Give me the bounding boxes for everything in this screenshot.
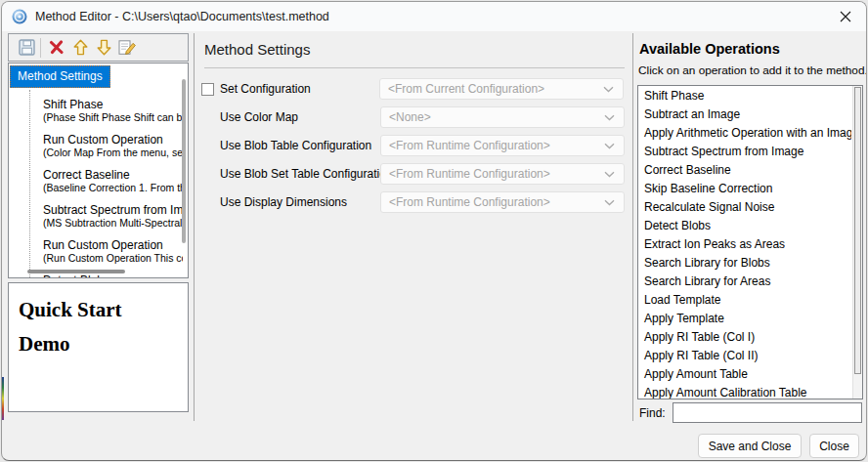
field-label: Use Display Dimensions xyxy=(220,195,380,209)
set-configuration-checkbox[interactable] xyxy=(201,83,214,96)
operations-listbox: Shift Phase Subtract an Image Apply Arit… xyxy=(637,85,863,399)
tree-node-step[interactable]: Shift Phase (Phase Shift Phase Shift can… xyxy=(43,98,183,124)
operation-item[interactable]: Recalculate Signal Noise xyxy=(638,198,851,217)
blob-table-configuration-dropdown[interactable]: <From Runtime Configuration> xyxy=(380,135,625,156)
app-icon xyxy=(12,9,27,24)
field-label: Set Configuration xyxy=(220,82,379,96)
field-label: Use Color Map xyxy=(220,110,380,124)
arrow-up-icon xyxy=(73,39,88,56)
method-toolbar xyxy=(8,33,189,62)
form-row-blob-set-table: Use Blob Set Table Configuration <From R… xyxy=(201,163,626,185)
operation-item[interactable]: Skip Baseline Correction xyxy=(638,180,851,198)
delete-step-button[interactable] xyxy=(45,36,68,60)
operation-item[interactable]: Load Template xyxy=(638,291,851,310)
operation-item[interactable]: Apply Arithmetic Operation with an Image xyxy=(638,124,851,143)
tree-horizontal-scrollbar[interactable] xyxy=(27,270,125,273)
operation-item[interactable]: Apply Amount Calibration Table xyxy=(638,384,851,399)
preview-text-line: Demo xyxy=(19,327,178,361)
form-row-blob-table: Use Blob Table Configuration <From Runti… xyxy=(201,135,626,156)
title-bar: Method Editor - C:\Users\qtao\Documents\… xyxy=(2,2,866,31)
chevron-down-icon xyxy=(603,86,614,93)
method-steps-tree: Method Settings Shift Phase (Phase Shift… xyxy=(8,63,189,278)
tree-vertical-scrollbar[interactable] xyxy=(182,79,186,243)
operation-item[interactable]: Apply RI Table (Col II) xyxy=(638,347,851,365)
display-dimensions-dropdown[interactable]: <From Runtime Configuration> xyxy=(380,191,625,213)
chevron-down-icon xyxy=(604,114,615,121)
operation-item[interactable]: Search Library for Blobs xyxy=(638,254,851,273)
settings-header-rule xyxy=(204,67,625,68)
operation-item[interactable]: Correct Baseline xyxy=(638,161,851,180)
tree-node-step[interactable]: Correct Baseline (Baseline Correction 1.… xyxy=(43,168,183,194)
save-and-close-button[interactable]: Save and Close xyxy=(698,434,802,458)
operations-scrollbar[interactable] xyxy=(852,86,862,399)
tree-node-method-settings[interactable]: Method Settings xyxy=(10,65,110,88)
edit-step-button[interactable] xyxy=(115,36,139,60)
operation-item[interactable]: Apply Amount Table xyxy=(638,365,851,384)
left-middle-divider xyxy=(194,33,195,421)
operation-item[interactable]: Subtract an Image xyxy=(638,105,851,124)
operation-item[interactable]: Apply RI Table (Col I) xyxy=(638,328,851,347)
operations-scrollbar-thumb[interactable] xyxy=(854,87,861,374)
tree-node-step[interactable]: Subtract Spectrum from Image (MS Subtrac… xyxy=(43,203,183,230)
settings-panel-title: Method Settings xyxy=(204,41,310,58)
operation-item[interactable]: Shift Phase xyxy=(638,87,851,105)
save-icon xyxy=(19,39,35,56)
available-operations-caption: Click on an operation to add it to the m… xyxy=(638,63,867,77)
method-preview-panel: Quick Start Demo xyxy=(8,282,189,412)
set-configuration-dropdown[interactable]: <From Current Configuration> xyxy=(379,78,624,100)
tree-node-step[interactable]: Detect Blobs (Detect Blobs Detect 2D com… xyxy=(43,273,183,278)
form-row-display-dimensions: Use Display Dimensions <From Runtime Con… xyxy=(201,191,626,213)
background-window-sliver xyxy=(2,377,4,420)
color-map-dropdown[interactable]: <None> xyxy=(380,106,625,128)
move-down-button[interactable] xyxy=(92,36,115,60)
arrow-down-icon xyxy=(97,39,111,56)
method-editor-window: Method Editor - C:\Users\qtao\Documents\… xyxy=(1,1,867,461)
toolbar-separator xyxy=(40,38,41,58)
operations-items: Shift Phase Subtract an Image Apply Arit… xyxy=(638,87,851,399)
tree-items: Shift Phase (Phase Shift Phase Shift can… xyxy=(9,93,183,278)
form-row-set-configuration: Set Configuration <From Current Configur… xyxy=(201,78,626,100)
operation-item[interactable]: Extract Ion Peaks as Areas xyxy=(638,235,851,254)
save-button[interactable] xyxy=(15,36,38,60)
field-label: Use Blob Table Configuration xyxy=(220,139,380,152)
operation-item[interactable]: Apply Template xyxy=(638,310,851,328)
find-label: Find: xyxy=(639,406,666,420)
settings-form: Set Configuration <From Current Configur… xyxy=(201,78,626,220)
close-button[interactable]: Close xyxy=(809,434,859,458)
edit-icon xyxy=(118,39,137,56)
blob-set-table-configuration-dropdown[interactable]: <From Runtime Configuration> xyxy=(380,163,625,185)
chevron-down-icon xyxy=(604,199,615,206)
preview-text-line: Quick Start xyxy=(19,293,178,327)
find-input[interactable] xyxy=(673,402,862,423)
tree-node-step[interactable]: Run Custom Operation (Color Map From the… xyxy=(43,133,183,159)
delete-icon xyxy=(49,40,65,55)
window-title: Method Editor - C:\Users\qtao\Documents\… xyxy=(35,2,329,31)
operation-item[interactable]: Detect Blobs xyxy=(638,217,851,235)
chevron-down-icon xyxy=(604,143,615,149)
close-icon xyxy=(840,11,851,22)
middle-right-divider xyxy=(632,33,633,421)
available-operations-title: Available Operations xyxy=(639,41,780,57)
chevron-down-icon xyxy=(604,171,615,178)
tree-node-step[interactable]: Run Custom Operation (Run Custom Operati… xyxy=(43,238,183,265)
close-window-button[interactable] xyxy=(829,2,862,31)
field-label: Use Blob Set Table Configuration xyxy=(220,167,380,181)
move-up-button[interactable] xyxy=(68,36,92,60)
operation-item[interactable]: Subtract Spectrum from Image xyxy=(638,143,851,161)
form-row-color-map: Use Color Map <None> xyxy=(201,106,626,128)
operation-item[interactable]: Search Library for Areas xyxy=(638,273,851,291)
